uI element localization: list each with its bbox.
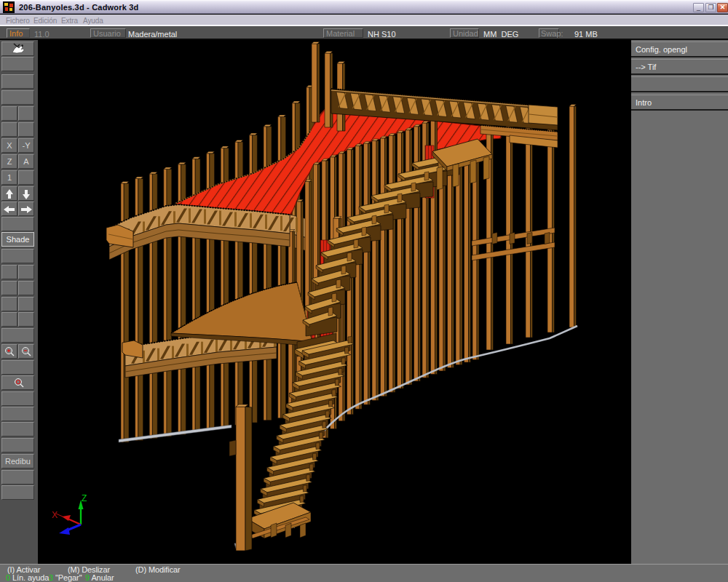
svg-text:Z: Z — [82, 493, 87, 503]
svg-text:X: X — [52, 510, 58, 520]
